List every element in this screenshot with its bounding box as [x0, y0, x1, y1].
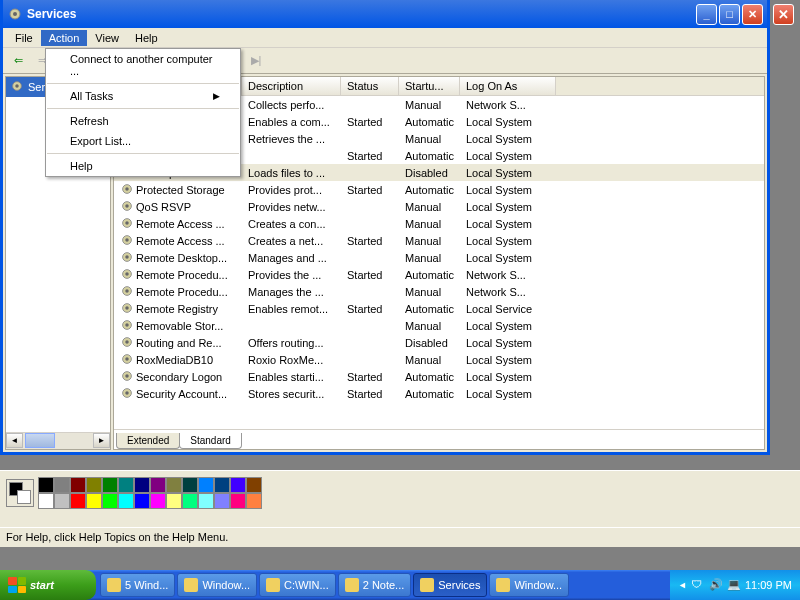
- menu-help[interactable]: Help: [127, 30, 166, 46]
- service-row[interactable]: Removable Stor...ManualLocal System: [114, 317, 764, 334]
- service-row[interactable]: Protected StorageProvides prot...Started…: [114, 181, 764, 198]
- color-swatch[interactable]: [54, 493, 70, 509]
- outer-close-button[interactable]: ✕: [773, 4, 794, 25]
- service-row[interactable]: Remote Access ...Creates a net...Started…: [114, 232, 764, 249]
- maximize-button[interactable]: □: [719, 4, 740, 25]
- dd-help[interactable]: Help: [46, 156, 240, 176]
- service-row[interactable]: Secondary LogonEnables starti...StartedA…: [114, 368, 764, 385]
- paint-bottom-area: For Help, click Help Topics on the Help …: [0, 470, 800, 547]
- gear-icon: [120, 267, 134, 283]
- scroll-right-icon[interactable]: ►: [93, 433, 110, 448]
- tree-hscroll[interactable]: ◄ ►: [6, 432, 110, 449]
- dd-exportlist[interactable]: Export List...: [46, 131, 240, 151]
- task-icon: [107, 578, 121, 592]
- color-swatch[interactable]: [102, 493, 118, 509]
- cell-startup: Manual: [399, 98, 460, 112]
- svg-point-19: [125, 221, 129, 225]
- color-swatch[interactable]: [150, 477, 166, 493]
- cell-logon: Network S...: [460, 268, 556, 282]
- task-item[interactable]: Window...: [489, 573, 569, 597]
- service-row[interactable]: Remote Procedu...Provides the ...Started…: [114, 266, 764, 283]
- tab-extended[interactable]: Extended: [116, 433, 180, 449]
- task-item[interactable]: 5 Wind...: [100, 573, 175, 597]
- tray-arrow-icon[interactable]: ◄: [678, 580, 687, 590]
- scroll-thumb[interactable]: [25, 433, 55, 448]
- color-swatch[interactable]: [118, 477, 134, 493]
- color-swatch[interactable]: [86, 493, 102, 509]
- tray-icon[interactable]: 🛡: [691, 578, 705, 592]
- color-swatch[interactable]: [150, 493, 166, 509]
- cell-status: [341, 104, 399, 106]
- task-label: Window...: [202, 579, 250, 591]
- tab-standard[interactable]: Standard: [179, 433, 242, 449]
- close-button[interactable]: ✕: [742, 4, 763, 25]
- color-swatch[interactable]: [38, 493, 54, 509]
- dd-separator: [47, 83, 239, 84]
- clock[interactable]: 11:09 PM: [745, 579, 792, 591]
- start-button[interactable]: start: [0, 570, 96, 600]
- menu-action[interactable]: Action: [41, 30, 88, 46]
- color-swatch[interactable]: [38, 477, 54, 493]
- service-row[interactable]: Remote Access ...Creates a con...ManualL…: [114, 215, 764, 232]
- color-swatch[interactable]: [214, 477, 230, 493]
- tray-icon[interactable]: 💻: [727, 578, 741, 592]
- col-description[interactable]: Description: [242, 77, 341, 95]
- color-swatch[interactable]: [134, 493, 150, 509]
- system-tray[interactable]: ◄ 🛡 🔊 💻 11:09 PM: [670, 570, 800, 600]
- service-row[interactable]: Remote Desktop...Manages and ...ManualLo…: [114, 249, 764, 266]
- color-swatch[interactable]: [166, 477, 182, 493]
- tray-icon[interactable]: 🔊: [709, 578, 723, 592]
- dd-alltasks[interactable]: All Tasks▶: [46, 86, 240, 106]
- col-startup[interactable]: Startu...: [399, 77, 460, 95]
- cell-logon: Local Service: [460, 302, 556, 316]
- minimize-button[interactable]: _: [696, 4, 717, 25]
- services-icon: [7, 6, 23, 22]
- color-swatch[interactable]: [70, 493, 86, 509]
- svg-point-39: [125, 391, 129, 395]
- color-swatch[interactable]: [70, 477, 86, 493]
- cell-status: Started: [341, 387, 399, 401]
- color-swatch[interactable]: [118, 493, 134, 509]
- task-item[interactable]: Services: [413, 573, 487, 597]
- color-swatch[interactable]: [134, 477, 150, 493]
- service-row[interactable]: Routing and Re...Offers routing...Disabl…: [114, 334, 764, 351]
- color-swatch[interactable]: [246, 493, 262, 509]
- color-swatch[interactable]: [214, 493, 230, 509]
- color-swatch[interactable]: [54, 477, 70, 493]
- current-colors[interactable]: [6, 479, 34, 507]
- color-swatch[interactable]: [166, 493, 182, 509]
- task-item[interactable]: Window...: [177, 573, 257, 597]
- menu-file[interactable]: File: [7, 30, 41, 46]
- service-row[interactable]: Remote Procedu...Manages the ...ManualNe…: [114, 283, 764, 300]
- cell-desc: Manages and ...: [242, 251, 341, 265]
- dd-refresh[interactable]: Refresh: [46, 111, 240, 131]
- action-dropdown: Connect to another computer ... All Task…: [45, 48, 241, 177]
- titlebar[interactable]: Services _ □ ✕: [3, 0, 767, 28]
- color-swatch[interactable]: [182, 493, 198, 509]
- color-swatch[interactable]: [102, 477, 118, 493]
- task-item[interactable]: C:\WIN...: [259, 573, 336, 597]
- menu-view[interactable]: View: [87, 30, 127, 46]
- back-button[interactable]: ⇐: [7, 50, 29, 72]
- scroll-left-icon[interactable]: ◄: [6, 433, 23, 448]
- service-row[interactable]: Remote RegistryEnables remot...StartedAu…: [114, 300, 764, 317]
- color-swatch[interactable]: [86, 477, 102, 493]
- color-swatch[interactable]: [198, 477, 214, 493]
- col-status[interactable]: Status: [341, 77, 399, 95]
- color-swatch[interactable]: [246, 477, 262, 493]
- cell-status: [341, 257, 399, 259]
- service-row[interactable]: RoxMediaDB10Roxio RoxMe...ManualLocal Sy…: [114, 351, 764, 368]
- color-swatch[interactable]: [198, 493, 214, 509]
- color-swatch[interactable]: [230, 477, 246, 493]
- dd-connect[interactable]: Connect to another computer ...: [46, 49, 240, 81]
- cell-status: [341, 138, 399, 140]
- cell-status: Started: [341, 370, 399, 384]
- color-swatch[interactable]: [182, 477, 198, 493]
- col-logon[interactable]: Log On As: [460, 77, 556, 95]
- task-item[interactable]: 2 Note...: [338, 573, 412, 597]
- service-row[interactable]: Security Account...Stores securit...Star…: [114, 385, 764, 402]
- service-row[interactable]: QoS RSVPProvides netw...ManualLocal Syst…: [114, 198, 764, 215]
- svg-point-1: [13, 12, 17, 16]
- cell-status: Started: [341, 268, 399, 282]
- color-swatch[interactable]: [230, 493, 246, 509]
